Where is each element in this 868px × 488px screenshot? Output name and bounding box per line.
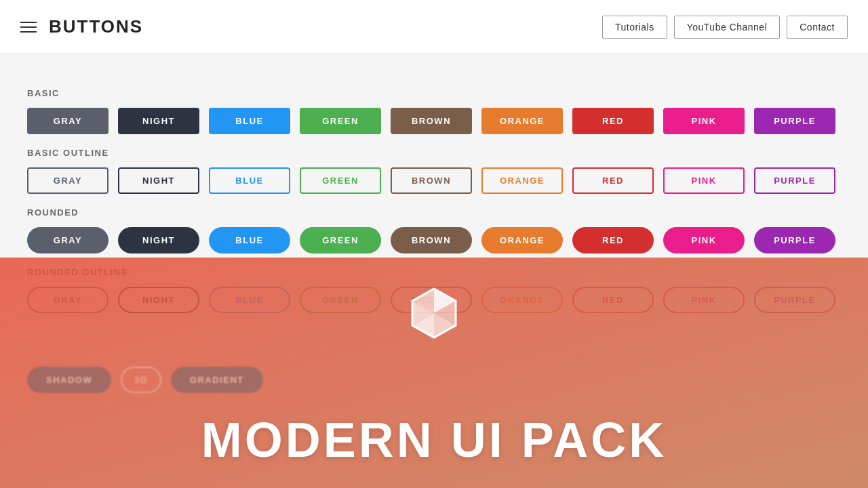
rounded-outline-purple-button[interactable]: PURPLE — [754, 287, 835, 313]
basic-green-button[interactable]: GREEN — [300, 108, 381, 134]
basic-gray-button[interactable]: GRAY — [27, 108, 108, 134]
rounded-outline-green-button[interactable]: GREEN — [300, 287, 381, 313]
brand-title: BUTTONS — [49, 16, 143, 37]
svg-marker-5 — [412, 313, 434, 338]
basic-blue-button[interactable]: BLUE — [209, 108, 290, 134]
basic-pink-button[interactable]: PINK — [663, 108, 745, 134]
rounded-red-button[interactable]: RED — [572, 227, 654, 253]
overlay-btn-1: SHADOW — [27, 367, 111, 393]
rounded-purple-button[interactable]: PURPLE — [754, 227, 835, 253]
rounded-outline-red-button[interactable]: RED — [572, 287, 654, 313]
rounded-outline-pink-button[interactable]: PINK — [663, 287, 745, 313]
tutorials-button[interactable]: Tutorials — [602, 16, 667, 39]
section-rounded-label: ROUNDED — [27, 207, 841, 218]
outline-blue-button[interactable]: BLUE — [209, 167, 290, 194]
rounded-outline-button-row: GRAY NIGHT BLUE GREEN BROWN ORANGE RED P… — [27, 287, 841, 313]
section-rounded-outline-label: ROUNDED OUTLINE — [27, 267, 841, 277]
rounded-brown-button[interactable]: BROWN — [391, 227, 472, 253]
rounded-gray-button[interactable]: GRAY — [27, 227, 108, 253]
overlay-btn-3: GRADIENT — [171, 367, 263, 393]
outline-green-button[interactable]: GREEN — [300, 167, 381, 194]
section-basic-label: BASIC — [27, 88, 841, 98]
outline-night-button[interactable]: NIGHT — [118, 167, 199, 194]
rounded-outline-brown-button[interactable]: BROWN — [391, 287, 472, 313]
svg-marker-6 — [434, 313, 456, 338]
rounded-blue-button[interactable]: BLUE — [209, 227, 290, 253]
outline-gray-button[interactable]: GRAY — [27, 167, 108, 194]
basic-button-row: GRAY NIGHT BLUE GREEN BROWN ORANGE RED P… — [27, 108, 841, 134]
basic-outline-button-row: GRAY NIGHT BLUE GREEN BROWN ORANGE RED P… — [27, 167, 841, 194]
rounded-night-button[interactable]: NIGHT — [118, 227, 199, 253]
promo-title: MODERN UI PACK — [0, 412, 868, 468]
contact-button[interactable]: Contact — [787, 16, 848, 39]
overlay-blurred-buttons: SHADOW 3D GRADIENT — [27, 367, 263, 393]
rounded-outline-orange-button[interactable]: ORANGE — [481, 287, 563, 313]
section-basic-outline-label: BASIC OUTLINE — [27, 148, 841, 158]
outline-brown-button[interactable]: BROWN — [391, 167, 472, 194]
outline-red-button[interactable]: RED — [572, 167, 654, 194]
basic-purple-button[interactable]: PURPLE — [754, 108, 835, 134]
main-content: BASIC GRAY NIGHT BLUE GREEN BROWN ORANGE… — [0, 54, 868, 313]
outline-purple-button[interactable]: PURPLE — [754, 167, 835, 194]
overlay-btn-2: 3D — [121, 367, 161, 393]
basic-night-button[interactable]: NIGHT — [118, 108, 199, 134]
navbar: BUTTONS Tutorials YouTube Channel Contac… — [0, 0, 868, 54]
youtube-channel-button[interactable]: YouTube Channel — [674, 16, 781, 39]
basic-brown-button[interactable]: BROWN — [391, 108, 472, 134]
rounded-green-button[interactable]: GREEN — [300, 227, 381, 253]
hamburger-icon[interactable] — [20, 22, 37, 33]
outline-pink-button[interactable]: PINK — [663, 167, 745, 194]
rounded-pink-button[interactable]: PINK — [663, 227, 745, 253]
basic-orange-button[interactable]: ORANGE — [481, 108, 563, 134]
rounded-button-row: GRAY NIGHT BLUE GREEN BROWN ORANGE RED P… — [27, 227, 841, 253]
outline-orange-button[interactable]: ORANGE — [481, 167, 563, 194]
rounded-orange-button[interactable]: ORANGE — [481, 227, 563, 253]
basic-red-button[interactable]: RED — [572, 108, 654, 134]
rounded-outline-blue-button[interactable]: BLUE — [209, 287, 290, 313]
rounded-outline-gray-button[interactable]: GRAY — [27, 287, 108, 313]
navbar-right: Tutorials YouTube Channel Contact — [602, 16, 848, 39]
navbar-left: BUTTONS — [20, 16, 143, 37]
rounded-outline-night-button[interactable]: NIGHT — [118, 287, 199, 313]
